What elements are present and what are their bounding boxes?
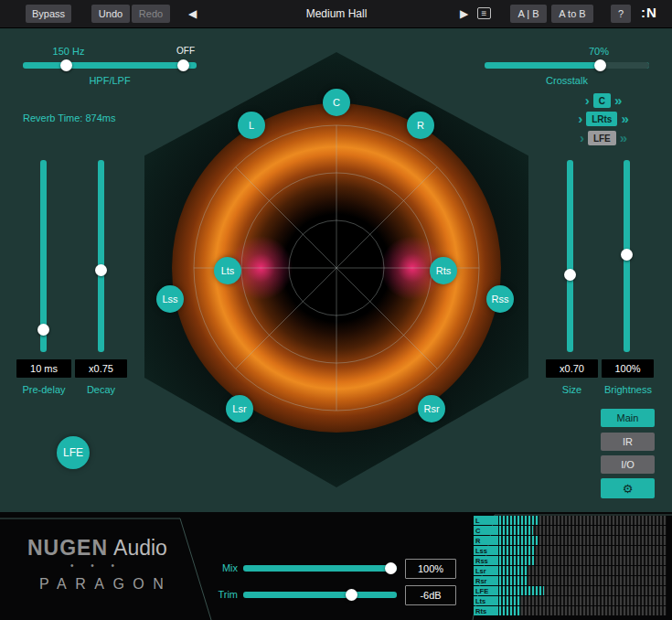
- decay-fader[interactable]: [98, 160, 104, 352]
- meter-row: Lss: [474, 546, 667, 555]
- help-button[interactable]: ?: [611, 5, 631, 23]
- channel-node-r[interactable]: R: [407, 112, 434, 139]
- crosstalk-slider[interactable]: [485, 62, 649, 69]
- meter-level: [499, 556, 534, 565]
- chevron-left-icon[interactable]: ›: [580, 131, 584, 145]
- brand-logo: NUGENAudio: [27, 536, 167, 561]
- mix-label: Mix: [201, 562, 238, 573]
- next-preset-icon[interactable]: ▶: [460, 7, 468, 20]
- meter-channel-label: Lss: [474, 546, 498, 555]
- predelay-fader[interactable]: [40, 160, 47, 352]
- tab-io[interactable]: I/O: [601, 455, 655, 474]
- channel-node-l[interactable]: L: [238, 112, 265, 139]
- meter-bar: [499, 606, 667, 615]
- brightness-label: Brightness: [594, 384, 662, 395]
- meter-level: [499, 606, 521, 615]
- routing-lfe-button[interactable]: LFE: [588, 131, 616, 145]
- hpf-value-label: 150 Hz: [41, 46, 96, 57]
- meter-bar: [499, 516, 667, 525]
- product-name: PARAGON: [39, 576, 172, 593]
- meter-level: [499, 576, 528, 585]
- meter-row: L: [474, 516, 667, 525]
- meter-bar: [499, 536, 667, 545]
- channel-node-lss[interactable]: Lss: [156, 285, 184, 313]
- meter-row: LFE: [474, 586, 667, 595]
- channel-node-rts[interactable]: Rts: [430, 257, 457, 284]
- meter-channel-label: Rsr: [474, 576, 498, 585]
- meter-bar: [499, 526, 667, 535]
- brightness-fader-handle[interactable]: [621, 249, 633, 261]
- size-fader-handle[interactable]: [564, 269, 576, 281]
- mix-handle[interactable]: [385, 562, 397, 574]
- meter-channel-label: LFE: [474, 586, 498, 595]
- meter-level: [499, 566, 528, 575]
- hpf-lpf-slider[interactable]: [23, 62, 197, 69]
- preset-name[interactable]: Medium Hall: [255, 7, 418, 20]
- meter-channel-label: L: [474, 516, 498, 525]
- channel-node-rss[interactable]: Rss: [486, 285, 514, 313]
- size-label: Size: [546, 384, 598, 395]
- meter-bar: [499, 576, 667, 585]
- meter-row: C: [474, 526, 667, 535]
- a-to-b-button[interactable]: A to B: [551, 5, 593, 23]
- chevron-left-icon[interactable]: ›: [578, 112, 582, 126]
- crosstalk-label: Crosstalk: [485, 75, 649, 86]
- ab-compare-button[interactable]: A | B: [510, 5, 547, 23]
- meter-level: [499, 526, 533, 535]
- channel-node-rsr[interactable]: Rsr: [418, 395, 445, 422]
- meter-channel-label: C: [474, 526, 498, 535]
- trim-value-box[interactable]: -6dB: [405, 585, 456, 605]
- preset-list-icon[interactable]: ≡: [477, 7, 491, 19]
- meter-bar: [499, 586, 667, 595]
- tab-main[interactable]: Main: [601, 409, 655, 427]
- footer: NUGENAudio • • • PARAGON Mix 100% Trim -…: [0, 512, 672, 620]
- brightness-fader[interactable]: [624, 160, 630, 352]
- meter-bar: [499, 566, 667, 575]
- crosstalk-track-rest: [600, 62, 649, 69]
- routing-c-button[interactable]: C: [593, 93, 611, 108]
- size-value-box[interactable]: x0.70: [546, 359, 598, 378]
- chevron-left-icon[interactable]: ›: [585, 93, 590, 108]
- crosstalk-handle[interactable]: [594, 59, 606, 71]
- redo-button[interactable]: Redo: [132, 5, 170, 23]
- undo-button[interactable]: Undo: [91, 5, 130, 23]
- chevron-right-icon[interactable]: »: [614, 93, 622, 108]
- brand-name-bold: NUGEN: [27, 536, 108, 560]
- brightness-value-box[interactable]: 100%: [602, 359, 654, 378]
- lpf-handle[interactable]: [177, 59, 189, 71]
- predelay-label: Pre-delay: [9, 384, 79, 395]
- chevron-right-icon[interactable]: »: [621, 112, 628, 126]
- channel-node-c[interactable]: C: [323, 89, 350, 116]
- routing-lrts-button[interactable]: LRts: [586, 112, 617, 126]
- settings-gear-button[interactable]: ⚙: [601, 478, 655, 498]
- trim-slider[interactable]: [243, 592, 397, 598]
- hpf-lpf-label: HPF/LPF: [23, 75, 197, 86]
- nugen-logo: :N: [641, 5, 657, 20]
- meter-channel-label: Rss: [474, 556, 498, 565]
- chevron-right-icon[interactable]: »: [620, 131, 627, 145]
- trim-handle[interactable]: [346, 589, 357, 601]
- meter-level: [499, 546, 534, 555]
- titlebar: Bypass Undo Redo ◀ Medium Hall ▶ ≡ A | B…: [0, 0, 672, 28]
- channel-node-lfe[interactable]: LFE: [57, 436, 90, 469]
- mix-value-box[interactable]: 100%: [405, 559, 456, 579]
- channel-node-lsr[interactable]: Lsr: [226, 395, 253, 422]
- meter-row: Lsr: [474, 566, 667, 575]
- previous-preset-icon[interactable]: ◀: [188, 7, 197, 20]
- mix-slider[interactable]: [243, 565, 397, 572]
- tab-ir[interactable]: IR: [601, 433, 655, 451]
- meter-channel-label: Lts: [474, 596, 498, 605]
- hpf-handle[interactable]: [60, 59, 72, 71]
- brand-dots: • • •: [27, 561, 165, 571]
- size-fader[interactable]: [567, 160, 573, 352]
- decay-fader-handle[interactable]: [95, 264, 107, 276]
- bypass-button[interactable]: Bypass: [26, 5, 71, 23]
- meter-level: [499, 536, 538, 545]
- meter-level: [499, 586, 544, 595]
- predelay-value-box[interactable]: 10 ms: [16, 359, 71, 378]
- lpf-value-label: OFF: [158, 46, 213, 56]
- decay-value-box[interactable]: x0.75: [75, 359, 127, 378]
- predelay-fader-handle[interactable]: [37, 324, 49, 336]
- meter-level: [499, 596, 521, 605]
- channel-node-lts[interactable]: Lts: [214, 257, 241, 284]
